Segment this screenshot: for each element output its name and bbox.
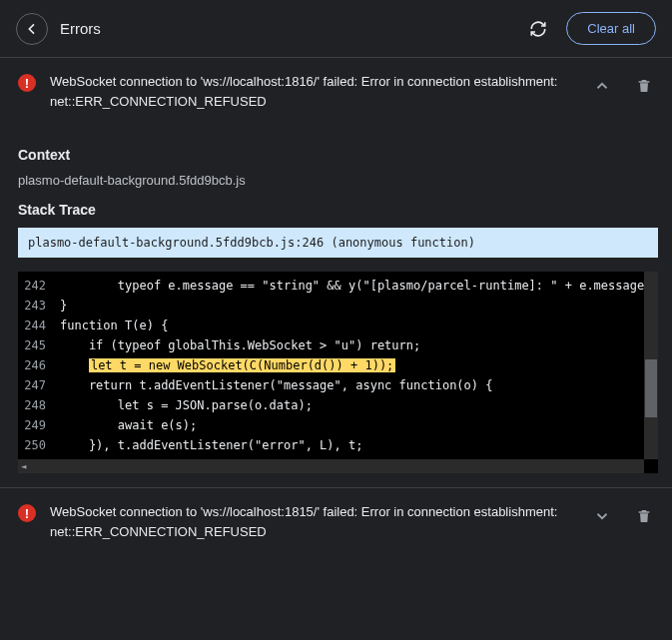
code-line: 245 if (typeof globalThis.WebSocket > "u… [18,335,658,355]
code-line: 243} [18,296,658,316]
back-button[interactable] [16,13,48,45]
code-text: await e(s); [56,415,658,435]
line-number: 245 [18,335,56,355]
error-message: WebSocket connection to 'ws://localhost:… [50,502,574,541]
line-number: 243 [18,296,56,316]
stack-trace-heading: Stack Trace [18,202,658,218]
error-icon: ! [18,504,36,522]
trash-icon [636,508,652,524]
line-number: 244 [18,316,56,335]
vertical-scrollbar[interactable] [644,272,658,459]
code-line: 242 typeof e.message == "string" && y("[… [18,276,658,296]
code-text: }), t.addEventListener("error", L), t; [56,435,658,455]
code-line: 249 await e(s); [18,415,658,435]
code-text: typeof e.message == "string" && y("[plas… [56,276,658,296]
trash-icon [636,78,652,94]
error-item: ! WebSocket connection to 'ws://localhos… [0,487,672,555]
code-text: let t = new WebSocket(C(Number(d()) + 1)… [56,355,658,375]
code-line: 247 return t.addEventListener("message",… [18,375,658,395]
code-text: } [56,296,658,316]
code-text: if (typeof globalThis.WebSocket > "u") r… [56,335,658,355]
clear-all-button[interactable]: Clear all [566,12,656,45]
error-icon: ! [18,74,36,92]
error-details: Context plasmo-default-background.5fdd9b… [0,125,672,487]
code-viewer: 242 typeof e.message == "string" && y("[… [18,272,658,473]
line-number: 242 [18,276,56,296]
expand-button[interactable] [588,502,616,530]
line-number: 247 [18,375,56,395]
delete-button[interactable] [630,72,658,100]
arrow-left-icon [24,21,40,37]
reload-icon [529,20,547,38]
line-number: 250 [18,435,56,455]
error-row: ! WebSocket connection to 'ws://localhos… [18,72,658,111]
error-item: ! WebSocket connection to 'ws://localhos… [0,57,672,125]
code-text: return t.addEventListener("message", asy… [56,375,658,395]
context-heading: Context [18,147,658,163]
code-line: 244function T(e) { [18,316,658,335]
reload-button[interactable] [522,13,554,45]
code-line: 250 }), t.addEventListener("error", L), … [18,435,658,455]
error-row: ! WebSocket connection to 'ws://localhos… [18,502,658,541]
chevron-up-icon [593,77,611,95]
error-message: WebSocket connection to 'ws://localhost:… [50,72,574,111]
code-line: 246 let t = new WebSocket(C(Number(d()) … [18,355,658,375]
code-line: 248 let s = JSON.parse(o.data); [18,395,658,415]
delete-button[interactable] [630,502,658,530]
header: Errors Clear all [0,0,672,57]
code-text: function T(e) { [56,316,658,335]
context-file: plasmo-default-background.5fdd9bcb.js [18,173,658,188]
stack-frame[interactable]: plasmo-default-background.5fdd9bcb.js:24… [18,228,658,258]
page-title: Errors [60,20,510,37]
line-number: 246 [18,355,56,375]
line-number: 249 [18,415,56,435]
collapse-button[interactable] [588,72,616,100]
chevron-down-icon [593,507,611,525]
code-text: let s = JSON.parse(o.data); [56,395,658,415]
line-number: 248 [18,395,56,415]
horizontal-scrollbar[interactable] [18,459,644,473]
